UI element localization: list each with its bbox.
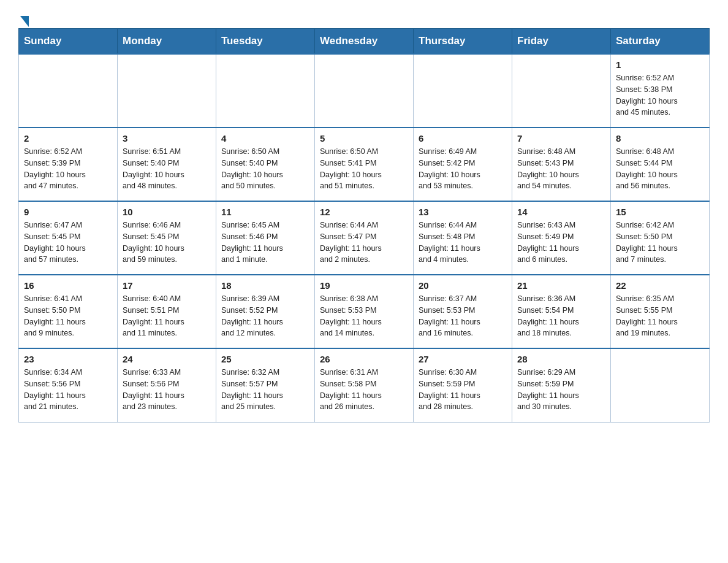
calendar-cell-w4-d4: 19Sunrise: 6:38 AM Sunset: 5:53 PM Dayli…: [315, 275, 414, 348]
day-number: 4: [221, 133, 309, 144]
day-number: 14: [517, 207, 605, 217]
day-info: Sunrise: 6:36 AM Sunset: 5:54 PM Dayligh…: [517, 293, 605, 339]
week-row-4: 16Sunrise: 6:41 AM Sunset: 5:50 PM Dayli…: [19, 275, 710, 348]
calendar-cell-w3-d4: 12Sunrise: 6:44 AM Sunset: 5:47 PM Dayli…: [315, 201, 414, 275]
day-number: 28: [517, 354, 605, 364]
day-number: 7: [517, 133, 605, 144]
day-number: 2: [24, 133, 112, 144]
weekday-header-saturday: Saturday: [611, 29, 710, 55]
weekday-header-monday: Monday: [118, 29, 216, 55]
weekday-header-sunday: Sunday: [19, 29, 118, 55]
day-info: Sunrise: 6:48 AM Sunset: 5:44 PM Dayligh…: [616, 146, 704, 192]
week-row-3: 9Sunrise: 6:47 AM Sunset: 5:45 PM Daylig…: [19, 201, 710, 275]
weekday-header-friday: Friday: [512, 29, 611, 55]
day-number: 20: [419, 280, 507, 291]
day-info: Sunrise: 6:45 AM Sunset: 5:46 PM Dayligh…: [221, 220, 309, 266]
calendar-cell-w4-d7: 22Sunrise: 6:35 AM Sunset: 5:55 PM Dayli…: [611, 275, 710, 348]
day-number: 1: [616, 59, 704, 70]
calendar-cell-w3-d7: 15Sunrise: 6:42 AM Sunset: 5:50 PM Dayli…: [611, 201, 710, 275]
week-row-5: 23Sunrise: 6:34 AM Sunset: 5:56 PM Dayli…: [19, 348, 710, 422]
day-number: 13: [419, 207, 507, 217]
calendar-cell-w1-d7: 1Sunrise: 6:52 AM Sunset: 5:38 PM Daylig…: [611, 54, 710, 128]
calendar-cell-w1-d2: [118, 54, 216, 128]
day-info: Sunrise: 6:48 AM Sunset: 5:43 PM Dayligh…: [517, 146, 605, 192]
calendar-cell-w2-d1: 2Sunrise: 6:52 AM Sunset: 5:39 PM Daylig…: [19, 128, 118, 201]
day-number: 21: [517, 280, 605, 291]
calendar-cell-w1-d1: [19, 54, 118, 128]
day-number: 18: [221, 280, 309, 291]
calendar-cell-w4-d1: 16Sunrise: 6:41 AM Sunset: 5:50 PM Dayli…: [19, 275, 118, 348]
day-number: 16: [24, 280, 112, 291]
calendar-cell-w4-d6: 21Sunrise: 6:36 AM Sunset: 5:54 PM Dayli…: [512, 275, 611, 348]
day-info: Sunrise: 6:51 AM Sunset: 5:40 PM Dayligh…: [123, 146, 211, 192]
weekday-header-tuesday: Tuesday: [216, 29, 315, 55]
page-header: [18, 12, 710, 22]
weekday-header-wednesday: Wednesday: [315, 29, 414, 55]
day-number: 23: [24, 354, 112, 364]
calendar-cell-w5-d1: 23Sunrise: 6:34 AM Sunset: 5:56 PM Dayli…: [19, 348, 118, 422]
day-number: 10: [123, 207, 211, 217]
weekday-header-thursday: Thursday: [414, 29, 512, 55]
day-number: 5: [320, 133, 408, 144]
day-info: Sunrise: 6:41 AM Sunset: 5:50 PM Dayligh…: [24, 293, 112, 339]
day-info: Sunrise: 6:46 AM Sunset: 5:45 PM Dayligh…: [123, 220, 211, 266]
day-info: Sunrise: 6:49 AM Sunset: 5:42 PM Dayligh…: [419, 146, 507, 192]
day-info: Sunrise: 6:34 AM Sunset: 5:56 PM Dayligh…: [24, 367, 112, 413]
day-number: 9: [24, 207, 112, 217]
day-info: Sunrise: 6:50 AM Sunset: 5:41 PM Dayligh…: [320, 146, 408, 192]
day-info: Sunrise: 6:33 AM Sunset: 5:56 PM Dayligh…: [123, 367, 211, 413]
day-number: 8: [616, 133, 704, 144]
calendar-cell-w5-d7: [611, 348, 710, 422]
day-number: 11: [221, 207, 309, 217]
calendar-cell-w2-d3: 4Sunrise: 6:50 AM Sunset: 5:40 PM Daylig…: [216, 128, 315, 201]
day-number: 3: [123, 133, 211, 144]
calendar-cell-w3-d5: 13Sunrise: 6:44 AM Sunset: 5:48 PM Dayli…: [414, 201, 512, 275]
week-row-2: 2Sunrise: 6:52 AM Sunset: 5:39 PM Daylig…: [19, 128, 710, 201]
week-row-1: 1Sunrise: 6:52 AM Sunset: 5:38 PM Daylig…: [19, 54, 710, 128]
calendar-cell-w1-d3: [216, 54, 315, 128]
logo: [18, 12, 29, 22]
day-info: Sunrise: 6:29 AM Sunset: 5:59 PM Dayligh…: [517, 367, 605, 413]
calendar-cell-w1-d5: [414, 54, 512, 128]
day-number: 15: [616, 207, 704, 217]
day-info: Sunrise: 6:42 AM Sunset: 5:50 PM Dayligh…: [616, 220, 704, 266]
calendar-cell-w5-d4: 26Sunrise: 6:31 AM Sunset: 5:58 PM Dayli…: [315, 348, 414, 422]
calendar-cell-w3-d2: 10Sunrise: 6:46 AM Sunset: 5:45 PM Dayli…: [118, 201, 216, 275]
calendar-cell-w2-d7: 8Sunrise: 6:48 AM Sunset: 5:44 PM Daylig…: [611, 128, 710, 201]
day-info: Sunrise: 6:38 AM Sunset: 5:53 PM Dayligh…: [320, 293, 408, 339]
day-number: 6: [419, 133, 507, 144]
calendar-cell-w4-d5: 20Sunrise: 6:37 AM Sunset: 5:53 PM Dayli…: [414, 275, 512, 348]
calendar-table: SundayMondayTuesdayWednesdayThursdayFrid…: [18, 28, 710, 423]
day-number: 17: [123, 280, 211, 291]
logo-arrow-icon: [20, 16, 29, 27]
calendar-cell-w2-d6: 7Sunrise: 6:48 AM Sunset: 5:43 PM Daylig…: [512, 128, 611, 201]
day-info: Sunrise: 6:30 AM Sunset: 5:59 PM Dayligh…: [419, 367, 507, 413]
calendar-cell-w3-d6: 14Sunrise: 6:43 AM Sunset: 5:49 PM Dayli…: [512, 201, 611, 275]
day-number: 25: [221, 354, 309, 364]
day-info: Sunrise: 6:44 AM Sunset: 5:47 PM Dayligh…: [320, 220, 408, 266]
day-info: Sunrise: 6:52 AM Sunset: 5:39 PM Dayligh…: [24, 146, 112, 192]
day-number: 26: [320, 354, 408, 364]
day-number: 19: [320, 280, 408, 291]
calendar-cell-w2-d4: 5Sunrise: 6:50 AM Sunset: 5:41 PM Daylig…: [315, 128, 414, 201]
calendar-cell-w3-d1: 9Sunrise: 6:47 AM Sunset: 5:45 PM Daylig…: [19, 201, 118, 275]
calendar-cell-w5-d3: 25Sunrise: 6:32 AM Sunset: 5:57 PM Dayli…: [216, 348, 315, 422]
calendar-cell-w5-d6: 28Sunrise: 6:29 AM Sunset: 5:59 PM Dayli…: [512, 348, 611, 422]
day-info: Sunrise: 6:35 AM Sunset: 5:55 PM Dayligh…: [616, 293, 704, 339]
day-info: Sunrise: 6:44 AM Sunset: 5:48 PM Dayligh…: [419, 220, 507, 266]
calendar-cell-w2-d2: 3Sunrise: 6:51 AM Sunset: 5:40 PM Daylig…: [118, 128, 216, 201]
calendar-cell-w1-d6: [512, 54, 611, 128]
day-number: 27: [419, 354, 507, 364]
calendar-cell-w5-d2: 24Sunrise: 6:33 AM Sunset: 5:56 PM Dayli…: [118, 348, 216, 422]
day-info: Sunrise: 6:32 AM Sunset: 5:57 PM Dayligh…: [221, 367, 309, 413]
day-info: Sunrise: 6:31 AM Sunset: 5:58 PM Dayligh…: [320, 367, 408, 413]
day-info: Sunrise: 6:40 AM Sunset: 5:51 PM Dayligh…: [123, 293, 211, 339]
calendar-cell-w2-d5: 6Sunrise: 6:49 AM Sunset: 5:42 PM Daylig…: [414, 128, 512, 201]
calendar-cell-w3-d3: 11Sunrise: 6:45 AM Sunset: 5:46 PM Dayli…: [216, 201, 315, 275]
day-info: Sunrise: 6:52 AM Sunset: 5:38 PM Dayligh…: [616, 72, 704, 118]
calendar-cell-w1-d4: [315, 54, 414, 128]
day-info: Sunrise: 6:39 AM Sunset: 5:52 PM Dayligh…: [221, 293, 309, 339]
calendar-cell-w4-d3: 18Sunrise: 6:39 AM Sunset: 5:52 PM Dayli…: [216, 275, 315, 348]
day-info: Sunrise: 6:43 AM Sunset: 5:49 PM Dayligh…: [517, 220, 605, 266]
calendar-cell-w5-d5: 27Sunrise: 6:30 AM Sunset: 5:59 PM Dayli…: [414, 348, 512, 422]
